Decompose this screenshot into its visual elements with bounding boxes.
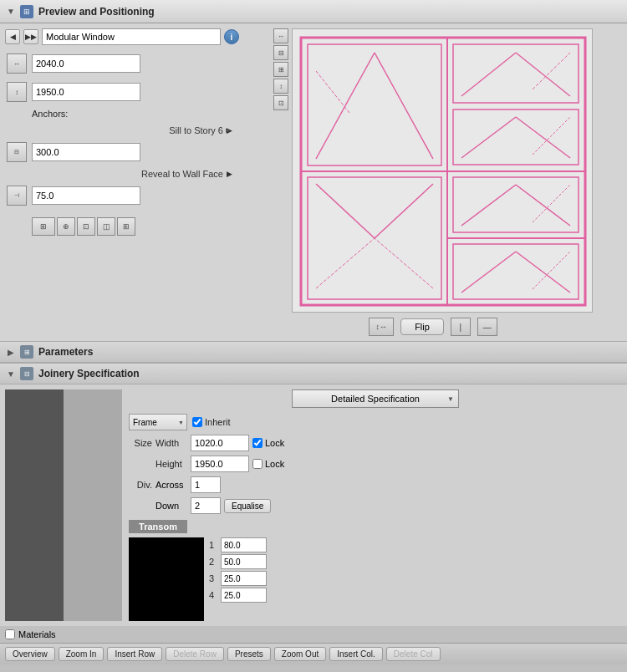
transom-num-1: 1	[209, 540, 217, 550]
sill-input[interactable]	[32, 143, 140, 161]
flip-button[interactable]: Flip	[400, 318, 444, 335]
zoom-out-button[interactable]: Zoom Out	[274, 647, 326, 661]
parameters-toggle[interactable]: ▶	[7, 348, 15, 356]
lock-checkbox-label-width[interactable]: Lock	[252, 438, 284, 448]
transom-input-4[interactable]	[221, 588, 267, 603]
height-icon-box: ↕	[7, 82, 27, 102]
window-name-input[interactable]	[42, 28, 221, 45]
insert-row-button[interactable]: Insert Row	[107, 647, 162, 661]
delete-row-button[interactable]: Delete Row	[166, 647, 224, 661]
delete-col-button[interactable]: Delete Col	[386, 647, 441, 661]
material-swatches	[5, 389, 122, 621]
materials-label: Materials	[18, 629, 56, 639]
icon-btn-2[interactable]: ⊕	[57, 217, 75, 236]
materials-checkbox[interactable]	[5, 629, 15, 639]
swatch-dark	[5, 389, 64, 621]
preview-area: ↔ ⊟ ⊞ ↕ ⊡	[244, 28, 622, 336]
spec-dropdown-row: Detailed Specification	[129, 389, 622, 408]
info-button[interactable]: i	[224, 29, 239, 44]
size-height-row: Height Lock	[129, 456, 622, 472]
transom-row-3: 3	[209, 571, 267, 586]
height-row: ↕	[5, 80, 239, 104]
side-btn-5[interactable]: ⊡	[273, 95, 288, 110]
bottom-toolbar: Overview Zoom In Insert Row Delete Row P…	[0, 643, 627, 664]
panel-icon: ⊞	[20, 5, 33, 18]
icon-btn-1[interactable]: ⊞	[32, 217, 55, 236]
reveal-arrow[interactable]: ▶	[227, 170, 232, 178]
joinery-icon: ⊟	[20, 367, 33, 380]
transom-row-4: 4	[209, 588, 267, 603]
transom-num-4: 4	[209, 590, 217, 600]
sill-label: Sill to Story 6	[169, 125, 223, 135]
width-input[interactable]	[32, 54, 140, 73]
across-label: Across	[155, 480, 187, 490]
frame-select[interactable]: Frame	[129, 414, 187, 430]
spec-width-input[interactable]	[191, 435, 249, 451]
insert-col-button[interactable]: Insert Col.	[329, 647, 383, 661]
across-input[interactable]	[191, 476, 221, 493]
left-panel: ◀ ▶▶ i ↔ ↕ Anchors: Sill to Story 6	[5, 28, 239, 336]
next-button[interactable]: ▶▶	[23, 29, 38, 44]
overview-button[interactable]: Overview	[5, 647, 55, 661]
transom-header: Transom	[129, 520, 187, 533]
spec-height-input[interactable]	[191, 456, 249, 472]
spec-dropdown[interactable]: Detailed Specification	[292, 389, 459, 408]
inherit-checkbox-label[interactable]: Inherit	[192, 417, 231, 427]
reveal-icon-box: ⊣	[7, 186, 27, 206]
joinery-toggle[interactable]: ▼	[7, 369, 15, 378]
div-label: Div.	[129, 480, 152, 490]
prev-button[interactable]: ◀	[5, 29, 20, 44]
side-btn-2[interactable]: ⊟	[273, 45, 288, 60]
collapse-toggle[interactable]: ▼	[7, 8, 15, 16]
svg-line-17	[316, 184, 375, 238]
svg-line-19	[316, 238, 375, 288]
icon-toolbar-row: ⊞ ⊕ ⊡ ◫ ⊞	[5, 217, 239, 236]
svg-line-26	[461, 252, 516, 293]
transom-num-2: 2	[209, 557, 217, 567]
transom-preview	[129, 537, 204, 621]
orient-btn-2[interactable]: —	[477, 318, 497, 336]
transom-input-1[interactable]	[221, 537, 267, 552]
height-input[interactable]	[32, 83, 140, 101]
reveal-input[interactable]	[32, 186, 140, 205]
sill-icon-box: ⊟	[7, 142, 27, 162]
icon-btn-4[interactable]: ◫	[97, 217, 115, 236]
transom-values: 1 2 3 4	[209, 537, 267, 621]
sill-dropdown-wrapper[interactable]: ▶	[227, 126, 232, 135]
side-btn-4[interactable]: ↕	[273, 79, 288, 94]
zoom-in-button[interactable]: Zoom In	[59, 647, 104, 661]
sill-label-row: Sill to Story 6 ▶	[5, 125, 239, 135]
svg-line-15	[533, 117, 570, 155]
transom-input-3[interactable]	[221, 571, 267, 586]
lock-checkbox-label-height[interactable]: Lock	[252, 459, 284, 469]
width-lock-checkbox[interactable]	[252, 438, 263, 448]
materials-row: Materials	[0, 626, 627, 643]
presets-button[interactable]: Presets	[227, 647, 271, 661]
inherit-checkbox[interactable]	[192, 417, 202, 427]
reveal-label-row: Reveal to Wall Face ▶	[5, 169, 239, 179]
down-input[interactable]	[191, 497, 221, 514]
joinery-section-bar: ▼ ⊟ Joinery Specification	[0, 363, 627, 384]
svg-line-10	[516, 53, 570, 96]
parameters-icon: ⊞	[20, 345, 33, 359]
anchors-label: Anchors:	[32, 109, 68, 119]
height-lock-checkbox[interactable]	[252, 459, 263, 469]
side-btn-1[interactable]: ↔	[273, 28, 288, 43]
transom-row-1: 1	[209, 537, 267, 552]
svg-line-20	[375, 238, 433, 288]
move-button[interactable]: ↕↔	[369, 318, 394, 336]
size-width-row: Size Width Lock	[129, 435, 622, 451]
sill-icon: ⊟	[5, 140, 28, 164]
main-content: ◀ ▶▶ i ↔ ↕ Anchors: Sill to Story 6	[0, 23, 627, 341]
swatch-light	[64, 389, 122, 621]
equalise-button[interactable]: Equalise	[224, 499, 271, 513]
spec-dropdown-wrapper: Detailed Specification	[292, 389, 459, 408]
icon-btn-5[interactable]: ⊞	[117, 217, 135, 236]
lock-label-height: Lock	[265, 459, 284, 469]
joinery-title: Joinery Specification	[38, 368, 140, 379]
icon-btn-3[interactable]: ⊡	[77, 217, 95, 236]
side-btn-3[interactable]: ⊞	[273, 62, 288, 77]
spec-panel: Detailed Specification Frame Inherit Siz…	[129, 389, 622, 621]
transom-input-2[interactable]	[221, 554, 267, 569]
orient-btn-1[interactable]: |	[451, 318, 471, 336]
